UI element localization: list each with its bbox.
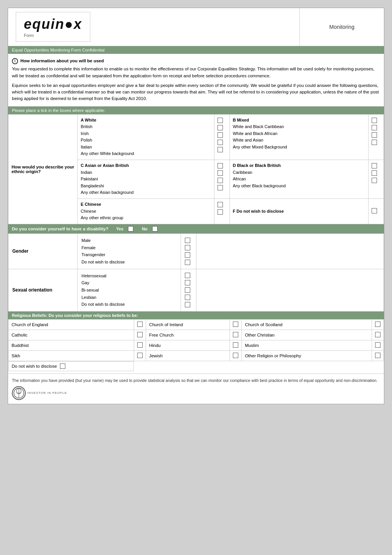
rel-free-church: Free Church bbox=[146, 330, 229, 340]
cb-cell-church-ireland bbox=[230, 320, 242, 330]
checkbox-buddhist[interactable] bbox=[137, 342, 143, 348]
category-f-content: F Do not wish to disclose bbox=[233, 208, 365, 215]
category-a-content: A White BritishIrishPolishItalianAny oth… bbox=[81, 117, 211, 158]
religion-row-3: Buddhist Hindu Muslim bbox=[8, 340, 384, 351]
cb-cell-free-church bbox=[230, 330, 242, 340]
checkbox-ethnicity-not-disclose[interactable] bbox=[372, 208, 377, 213]
sexual-orientation-label: Sexual orientation bbox=[8, 269, 78, 311]
no-label: No bbox=[142, 227, 148, 231]
checkbox-disability-no[interactable] bbox=[152, 226, 158, 232]
religion-table: Church of England Church of Ireland Chur… bbox=[8, 319, 384, 371]
religion-row-1: Church of England Church of Ireland Chur… bbox=[8, 320, 384, 330]
category-e-checkboxes bbox=[214, 199, 229, 224]
category-d-content: D Black or Black British CaribbeanAfrica… bbox=[233, 162, 365, 189]
category-b-content: B Mixed White and Black CaribbeanWhite a… bbox=[233, 117, 365, 151]
category-d-checkboxes bbox=[369, 160, 384, 199]
checkbox-so-gay[interactable] bbox=[185, 280, 190, 285]
checkbox-chinese-other[interactable] bbox=[218, 209, 223, 215]
checkbox-black-caribbean[interactable] bbox=[372, 163, 377, 168]
checkbox-white-irish[interactable] bbox=[218, 125, 223, 130]
logo-area: equin●x Form bbox=[8, 8, 299, 46]
checkbox-asian-pakistani[interactable] bbox=[218, 170, 223, 176]
checkbox-gender-not-disclose[interactable] bbox=[185, 260, 190, 265]
cb-cell-church-scotland bbox=[372, 320, 384, 330]
rel-other-christian: Other Christian bbox=[242, 330, 372, 340]
checkbox-mixed-wbc[interactable] bbox=[372, 118, 377, 123]
religion-row-4: Sikh Jewish Other Religion or Philosophy bbox=[8, 351, 384, 361]
checkbox-church-england[interactable] bbox=[137, 322, 143, 327]
checkbox-gender-male[interactable] bbox=[185, 238, 190, 243]
ethnic-origin-table: How would you describe your ethnic origi… bbox=[8, 114, 384, 224]
cb-cell-other-religion bbox=[372, 351, 384, 361]
disability-question: Do you consider yourself to have a disab… bbox=[12, 227, 108, 231]
gender-orientation-table: Gender MaleFemaleTransgenderDo not wish … bbox=[8, 233, 384, 312]
checkbox-black-other[interactable] bbox=[372, 178, 377, 183]
sexual-orientation-options: HeterosexualGayBi-sexualLesbianDo not wi… bbox=[78, 269, 181, 311]
iip-icon bbox=[12, 386, 26, 400]
checkbox-other-religion[interactable] bbox=[375, 353, 380, 358]
checkbox-gender-female[interactable] bbox=[185, 245, 190, 250]
category-b-checkboxes bbox=[369, 114, 384, 160]
checkbox-muslim[interactable] bbox=[375, 342, 380, 348]
disability-row: Do you consider yourself to have a disab… bbox=[8, 224, 384, 233]
gender-label: Gender bbox=[8, 233, 78, 269]
checkbox-church-ireland[interactable] bbox=[233, 322, 238, 327]
rel-catholic: Catholic bbox=[8, 330, 134, 340]
category-c-checkboxes bbox=[214, 160, 229, 199]
info-icon: i bbox=[12, 58, 18, 64]
checkbox-church-scotland[interactable] bbox=[375, 322, 380, 327]
category-d-cell: D Black or Black British CaribbeanAfrica… bbox=[229, 160, 368, 199]
checkbox-black-african[interactable] bbox=[372, 170, 377, 176]
checkbox-white-british[interactable] bbox=[218, 118, 223, 123]
checkbox-asian-bangladeshi[interactable] bbox=[218, 178, 223, 183]
checkbox-so-lesbian[interactable] bbox=[185, 295, 190, 300]
cb-cell-church-england bbox=[134, 320, 146, 330]
yes-label: Yes bbox=[116, 227, 123, 231]
checkbox-white-other[interactable] bbox=[218, 147, 223, 152]
checkbox-mixed-other[interactable] bbox=[372, 140, 377, 145]
info-paragraph2: Equinox seeks to be an equal opportuniti… bbox=[12, 82, 380, 102]
cb-cell-other-christian bbox=[372, 330, 384, 340]
footer-note: The information you have provided (but y… bbox=[8, 373, 384, 404]
checkbox-sikh[interactable] bbox=[137, 353, 143, 358]
rel-other-religion: Other Religion or Philosophy bbox=[242, 351, 372, 361]
footer-text: The information you have provided (but y… bbox=[12, 378, 380, 384]
checkbox-jewish[interactable] bbox=[233, 353, 238, 358]
checkbox-other-christian[interactable] bbox=[375, 332, 380, 337]
info-heading: i How information about you will be used bbox=[12, 58, 380, 64]
cb-cell-muslim bbox=[372, 340, 384, 351]
checkbox-so-bisexual[interactable] bbox=[185, 287, 190, 293]
sexual-orientation-row: Sexual orientation HeterosexualGayBi-sex… bbox=[8, 269, 384, 311]
iip-logo: INVESTOR IN PEOPLE bbox=[12, 386, 380, 400]
rel-church-england: Church of England bbox=[8, 320, 134, 330]
checkbox-disability-yes[interactable] bbox=[128, 226, 133, 232]
category-a-cell: A White BritishIrishPolishItalianAny oth… bbox=[78, 114, 214, 160]
checkbox-white-polish[interactable] bbox=[218, 132, 223, 138]
gender-checkboxes bbox=[181, 233, 196, 269]
logo: equin●x bbox=[24, 16, 82, 32]
checkbox-gender-transgender[interactable] bbox=[185, 252, 190, 258]
rel-hindu: Hindu bbox=[146, 340, 229, 351]
page: equin●x Form Monitoring Equal Opportunit… bbox=[8, 8, 384, 404]
rel-jewish: Jewish bbox=[146, 351, 229, 361]
checkbox-so-heterosexual[interactable] bbox=[185, 273, 190, 278]
religion-banner: Religious Beliefs: Do you consider your … bbox=[8, 312, 384, 319]
category-f-cell: F Do not wish to disclose bbox=[229, 199, 368, 224]
gender-options: MaleFemaleTransgenderDo not wish to disc… bbox=[78, 233, 181, 269]
checkbox-catholic[interactable] bbox=[137, 332, 143, 337]
checkbox-chinese[interactable] bbox=[218, 202, 223, 207]
checkbox-asian-indian[interactable] bbox=[218, 163, 223, 168]
form-label: Form bbox=[24, 33, 82, 38]
gender-row: Gender MaleFemaleTransgenderDo not wish … bbox=[8, 233, 384, 269]
checkbox-free-church[interactable] bbox=[233, 332, 238, 337]
checkbox-mixed-wa[interactable] bbox=[372, 132, 377, 138]
rel-sikh: Sikh bbox=[8, 351, 134, 361]
ethnic-row-top: How would you describe your ethnic origi… bbox=[8, 114, 384, 160]
checkbox-white-italian[interactable] bbox=[218, 140, 223, 145]
checkbox-mixed-wba[interactable] bbox=[372, 125, 377, 130]
category-b-cell: B Mixed White and Black CaribbeanWhite a… bbox=[229, 114, 368, 160]
checkbox-religion-not-disclose[interactable] bbox=[60, 363, 65, 369]
checkbox-hindu[interactable] bbox=[233, 342, 238, 348]
checkbox-asian-other[interactable] bbox=[218, 185, 223, 190]
checkbox-so-not-disclose[interactable] bbox=[185, 302, 190, 307]
